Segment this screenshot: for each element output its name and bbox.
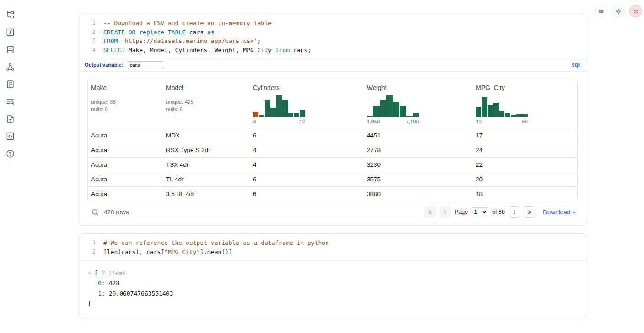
- first-page-button[interactable]: [424, 206, 436, 218]
- chevron-left-icon: [442, 209, 448, 215]
- table-footer: 428 rows Page 1 of 86: [87, 206, 578, 218]
- menu-button[interactable]: [595, 5, 607, 17]
- tree-entries: 0:4281:20.060747663551403: [87, 278, 578, 299]
- help-icon[interactable]: [5, 149, 15, 158]
- snippets-icon[interactable]: [5, 132, 15, 141]
- close-icon: [633, 8, 639, 15]
- documentation-icon[interactable]: [5, 114, 15, 123]
- table-cell: 2778: [364, 143, 472, 157]
- close-bracket: ]: [87, 299, 91, 309]
- table-row[interactable]: AcuraTL 4dr6357520: [88, 172, 577, 186]
- output-variable-input[interactable]: [127, 61, 163, 69]
- results-table: Makeunique: 38nulls: 0Modelunique: 425nu…: [88, 79, 577, 201]
- prev-page-button[interactable]: [440, 206, 451, 218]
- close-button[interactable]: [629, 5, 642, 17]
- column-histogram: 1060: [476, 94, 528, 124]
- dependency-graph-icon[interactable]: [5, 62, 15, 71]
- python-editor[interactable]: 1# We can reference the output variable …: [79, 234, 586, 260]
- histogram-bar: [482, 97, 487, 117]
- histogram-bar: [499, 111, 504, 117]
- histogram-bar: [380, 100, 386, 117]
- column-header: MPG_City1060: [472, 79, 577, 128]
- histogram-bar: [265, 100, 270, 117]
- histogram-range: 1,8507,190: [367, 119, 419, 124]
- chevron-down-icon: [572, 209, 577, 215]
- hist-min-label: 3: [253, 119, 256, 124]
- histogram-bars: [476, 94, 528, 117]
- language-badge: sql: [572, 62, 580, 68]
- items-count: 2 Items: [102, 268, 126, 278]
- table-cell: 22: [472, 157, 577, 172]
- histogram-range: 1060: [476, 119, 528, 124]
- fold-spacer: [96, 19, 103, 28]
- python-cell: 1# We can reference the output variable …: [79, 233, 586, 318]
- tree-key: 1:: [98, 289, 105, 299]
- table-row[interactable]: AcuraTSX 4dr4323022: [88, 157, 577, 172]
- column-sort-button[interactable]: Cylinders: [253, 84, 361, 91]
- python-output: [ 2 Items 0:4281:20.060747663551403 ]: [79, 260, 586, 318]
- download-button[interactable]: Download: [543, 209, 577, 216]
- column-sort-button[interactable]: Make: [91, 84, 160, 91]
- code-line: 1# We can reference the output variable …: [85, 238, 580, 248]
- histogram-bar: [386, 95, 392, 117]
- line-number: 3: [85, 37, 96, 46]
- fold-chevron-icon[interactable]: [96, 28, 103, 37]
- histogram-bar: [406, 116, 412, 117]
- histogram-bar: [282, 100, 288, 117]
- notebook-area: 1-- Download a CSV and create an in-memo…: [79, 14, 586, 318]
- last-page-button[interactable]: [524, 206, 535, 218]
- hist-min-label: 10: [476, 119, 482, 124]
- table-cell: Acura: [88, 157, 163, 172]
- datasources-icon[interactable]: [5, 45, 15, 54]
- table-cell: MDX: [163, 128, 250, 143]
- hist-max-label: 12: [299, 119, 305, 124]
- sql-output: Makeunique: 38nulls: 0Modelunique: 425nu…: [79, 72, 586, 225]
- next-page-button[interactable]: [509, 206, 520, 218]
- histogram-bar: [373, 106, 379, 117]
- code-text: SELECT Make, Model, Cylinders, Weight, M…: [103, 46, 311, 55]
- sql-editor[interactable]: 1-- Download a CSV and create an in-memo…: [79, 14, 586, 59]
- column-sort-button[interactable]: MPG_City: [476, 84, 574, 91]
- search-icon[interactable]: [91, 208, 99, 216]
- code-text: CREATE OR replace TABLE cars as: [103, 28, 215, 37]
- histogram-bar: [511, 115, 516, 117]
- topbar-actions: [595, 5, 642, 17]
- table-cell: 18: [472, 186, 577, 201]
- column-header: Weight1,8507,190: [364, 79, 472, 128]
- column-header: Cylinders312: [250, 79, 364, 128]
- histogram-bar: [300, 110, 305, 117]
- histogram-bar: [413, 113, 419, 117]
- tree-entry: 1:20.060747663551403: [98, 289, 578, 299]
- file-tree-icon[interactable]: [5, 10, 15, 19]
- tree-key: 0:: [98, 278, 105, 289]
- data-table: Makeunique: 38nulls: 0Modelunique: 425nu…: [87, 79, 578, 201]
- collapse-chevron-icon[interactable]: [87, 271, 94, 275]
- histogram-bar: [493, 103, 499, 117]
- page-select[interactable]: 1: [472, 207, 488, 217]
- histogram-bar: [294, 113, 299, 117]
- settings-button[interactable]: [612, 5, 624, 17]
- fold-spacer: [96, 37, 103, 46]
- column-stats: unique: 425nulls: 0: [166, 98, 247, 113]
- scratchpad-icon[interactable]: [5, 79, 15, 89]
- column-histogram: 1,8507,190: [367, 94, 419, 124]
- table-row[interactable]: Acura3.5 RL 4dr6388018: [88, 186, 577, 201]
- variables-icon[interactable]: [5, 27, 15, 37]
- table-row[interactable]: AcuraMDX6445117: [88, 128, 577, 143]
- table-cell: RSX Type S 2dr: [163, 143, 250, 157]
- logs-icon[interactable]: [5, 97, 15, 106]
- column-sort-button[interactable]: Weight: [367, 84, 470, 91]
- table-cell: Acura: [88, 143, 163, 157]
- column-header: Modelunique: 425nulls: 0: [163, 79, 250, 128]
- table-cell: 6: [250, 186, 364, 201]
- table-header-row: Makeunique: 38nulls: 0Modelunique: 425nu…: [88, 79, 577, 128]
- column-sort-button[interactable]: Model: [166, 84, 247, 91]
- table-row[interactable]: AcuraRSX Type S 2dr4277824: [88, 143, 577, 157]
- line-number: 2: [85, 248, 96, 257]
- histogram-bar: [288, 113, 294, 117]
- chevrons-left-icon: [427, 209, 433, 215]
- table-cell: TL 4dr: [163, 172, 250, 186]
- histogram-bar: [488, 105, 493, 117]
- table-cell: 4: [250, 157, 364, 172]
- table-cell: Acura: [88, 172, 163, 186]
